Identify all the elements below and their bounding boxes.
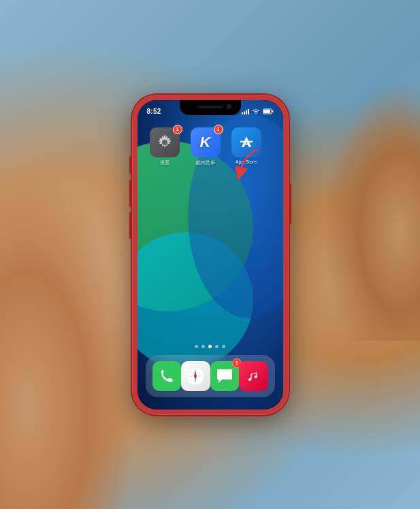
kugou-letter: K: [200, 134, 211, 151]
dock-app-safari[interactable]: [181, 361, 210, 391]
status-icons: [242, 108, 274, 114]
svg-rect-1: [244, 111, 245, 114]
phone-screen: 8:52: [138, 100, 283, 410]
dock-app-phone[interactable]: [152, 361, 182, 391]
kugou-label: 酷狗音乐: [196, 159, 215, 166]
wallpaper: 8:52: [138, 100, 283, 410]
battery-icon: [263, 108, 274, 114]
page-dots: [138, 345, 283, 348]
svg-rect-2: [246, 110, 247, 114]
svg-point-8: [162, 140, 167, 145]
dot-1: [195, 345, 198, 348]
app-appstore[interactable]: App Store: [230, 127, 263, 166]
messages-icon: [215, 367, 234, 386]
appstore-app-icon[interactable]: [231, 127, 261, 157]
iphone-device: 8:52: [132, 95, 289, 415]
signal-icon: [242, 109, 249, 114]
speaker: [198, 106, 223, 108]
safari-icon: [185, 366, 206, 386]
power-button[interactable]: [289, 183, 291, 224]
svg-rect-0: [242, 112, 243, 114]
svg-rect-5: [272, 110, 273, 112]
svg-rect-6: [263, 110, 270, 113]
volume-down-button[interactable]: [129, 212, 132, 239]
kugou-badge: 3: [214, 125, 223, 134]
status-time: 8:52: [147, 108, 161, 115]
dot-3-active: [208, 345, 212, 348]
dock: 1: [146, 355, 275, 397]
dot-4: [215, 345, 219, 348]
settings-badge: 1: [173, 125, 182, 134]
kugou-app-icon[interactable]: K 3: [191, 127, 221, 157]
mute-button[interactable]: [129, 156, 132, 174]
volume-up-button[interactable]: [129, 180, 132, 207]
dot-2: [201, 345, 205, 348]
app-row-1: 1 设置 K 3 酷狗音乐: [148, 127, 272, 166]
phone-icon: [158, 367, 176, 385]
appstore-icon-graphic: [237, 133, 256, 152]
app-kugou[interactable]: K 3 酷狗音乐: [189, 127, 222, 166]
dock-app-messages[interactable]: 1: [210, 361, 240, 391]
settings-label: 设置: [160, 159, 169, 166]
phone-notch: [180, 100, 241, 115]
svg-rect-3: [248, 109, 249, 114]
gear-icon: [155, 133, 174, 152]
svg-point-16: [195, 375, 197, 377]
front-camera: [227, 104, 231, 109]
app-settings[interactable]: 1 设置: [148, 127, 181, 166]
music-icon: [244, 367, 262, 385]
appstore-label: App Store: [236, 159, 257, 164]
settings-app-icon[interactable]: 1: [150, 127, 180, 157]
dot-5: [222, 345, 225, 348]
home-screen-apps: 1 设置 K 3 酷狗音乐: [138, 122, 283, 172]
wifi-icon: [252, 108, 260, 114]
dock-app-music[interactable]: [239, 361, 268, 391]
